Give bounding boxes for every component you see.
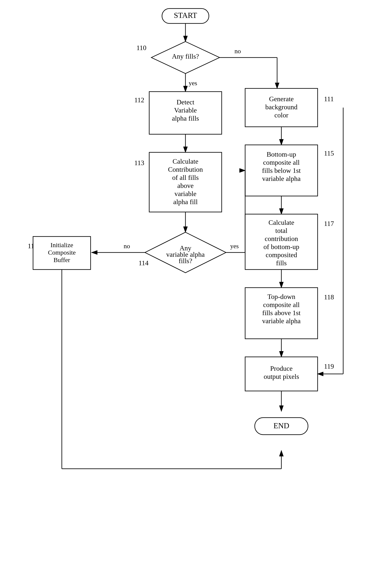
node-115-text-3: fills below 1st — [262, 167, 301, 174]
node-117-text-6: fills — [276, 259, 287, 267]
node-113-text-2: Contribution — [168, 166, 203, 173]
node-113-text-1: Calculate — [173, 157, 198, 165]
node-119-text-1: Produce — [270, 365, 293, 372]
node-115-text-4: variable alpha — [262, 175, 301, 182]
label-115: 115 — [324, 149, 334, 157]
node-118-text-3: fills above 1st — [262, 309, 301, 317]
label-117: 117 — [324, 220, 334, 227]
no-label-1: no — [234, 47, 241, 54]
node-113-text-6: alpha fill — [173, 198, 198, 205]
node-111-text-3: color — [274, 111, 288, 119]
node-113-text-3: of all fills — [172, 174, 199, 181]
node-117-text-2: total — [275, 227, 288, 234]
node-115-text-1: Bottom-up — [267, 151, 296, 158]
yes-label-2: yes — [230, 242, 239, 249]
node-111-text-2: background — [265, 103, 297, 111]
node-116-text-3: Buffer — [54, 256, 70, 263]
node-113-text-4: above — [177, 182, 194, 189]
label-119: 119 — [324, 362, 334, 370]
label-110: 110 — [136, 44, 146, 52]
no-label-2: no — [124, 242, 130, 249]
node-116-text-1: Initialize — [51, 241, 73, 248]
node-112-text-2: Variable — [174, 106, 197, 114]
label-112: 112 — [134, 96, 144, 104]
flowchart-diagram: START 110 Any fills? yes no 111 Generate… — [0, 0, 392, 561]
node-118-text-1: Top-down — [267, 293, 295, 301]
end-label: END — [273, 421, 289, 430]
node-115-text-2: composite all — [263, 159, 300, 166]
node-119-text-2: output pixels — [264, 373, 299, 380]
node-112-text-1: Detect — [176, 98, 194, 106]
node-117-text-1: Calculate — [269, 219, 294, 226]
node-116-text-2: Composite — [48, 249, 76, 256]
label-118: 118 — [324, 293, 334, 301]
start-label: START — [174, 11, 197, 20]
node-118-text-4: variable alpha — [262, 317, 301, 325]
yes-label-1: yes — [189, 79, 197, 86]
node-117-text-5: composited — [266, 251, 297, 259]
node-117-text-4: of bottom-up — [263, 243, 299, 250]
node-117-text-3: contribution — [265, 235, 298, 242]
node-112-text-3: alpha fills — [172, 114, 199, 122]
label-114: 114 — [139, 259, 149, 267]
label-113: 113 — [134, 159, 144, 167]
node-110-text: Any fills? — [172, 53, 199, 60]
node-113-text-5: variable — [174, 190, 196, 197]
label-111: 111 — [324, 95, 334, 103]
node-118-text-2: composite all — [263, 301, 300, 309]
node-111-text-1: Generate — [269, 95, 294, 103]
node-114-text-3: fills? — [179, 257, 192, 265]
